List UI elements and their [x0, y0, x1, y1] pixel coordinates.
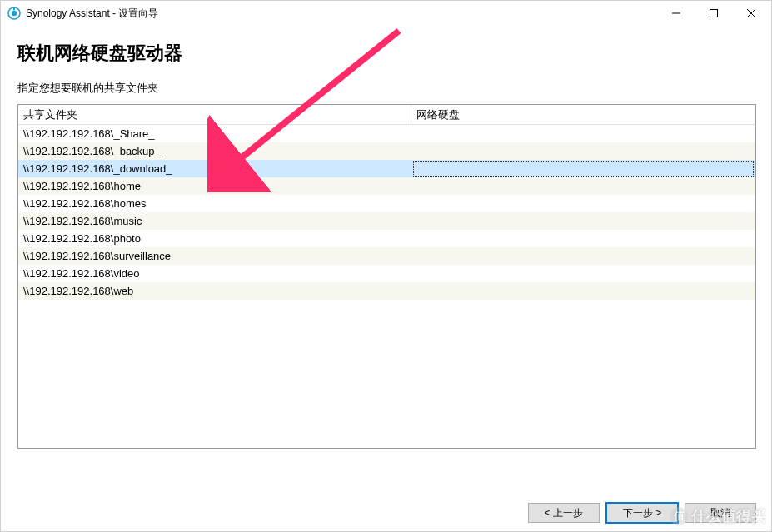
page-heading: 联机网络硬盘驱动器	[17, 41, 755, 66]
grid-header: 共享文件夹 网络硬盘	[18, 105, 755, 125]
drive-cell[interactable]	[411, 161, 755, 177]
column-drive[interactable]: 网络硬盘	[411, 105, 755, 124]
share-path-cell: \\192.192.192.168\music	[18, 215, 411, 227]
share-path-cell: \\192.192.192.168\_backup_	[18, 145, 411, 157]
share-path-cell: \\192.192.192.168\web	[18, 285, 411, 297]
close-button[interactable]	[732, 2, 770, 25]
table-row[interactable]: \\192.192.192.168\_backup_	[18, 142, 755, 160]
window-title: Synology Assistant - 设置向导	[26, 7, 158, 21]
next-button[interactable]: 下一步 >	[606, 503, 678, 523]
minimize-button[interactable]	[657, 2, 695, 25]
share-grid: 共享文件夹 网络硬盘 \\192.192.192.168\_Share_\\19…	[17, 104, 756, 449]
app-icon	[7, 7, 21, 20]
table-row[interactable]: \\192.192.192.168\_download_	[18, 160, 755, 177]
table-row[interactable]: \\192.192.192.168\homes	[18, 195, 755, 212]
share-path-cell: \\192.192.192.168\home	[18, 180, 411, 192]
share-path-cell: \\192.192.192.168\_download_	[18, 162, 411, 175]
page-subheading: 指定您想要联机的共享文件夹	[17, 81, 755, 96]
titlebar: Synology Assistant - 设置向导	[1, 1, 771, 26]
share-path-cell: \\192.192.192.168\surveillance	[18, 250, 411, 262]
column-share[interactable]: 共享文件夹	[18, 105, 411, 124]
watermark: 值 什么值得买	[670, 506, 766, 526]
watermark-icon: 值	[670, 507, 688, 525]
back-button[interactable]: < 上一步	[528, 503, 600, 523]
share-path-cell: \\192.192.192.168\_Share_	[18, 127, 411, 140]
table-row[interactable]: \\192.192.192.168\music	[18, 212, 755, 230]
table-row[interactable]: \\192.192.192.168\surveillance	[18, 247, 755, 265]
maximize-button[interactable]	[695, 2, 732, 25]
svg-rect-2	[13, 7, 15, 10]
share-path-cell: \\192.192.192.168\video	[18, 267, 411, 280]
watermark-text: 什么值得买	[691, 506, 766, 526]
svg-rect-4	[710, 10, 717, 17]
table-row[interactable]: \\192.192.192.168\photo	[18, 230, 755, 247]
table-row[interactable]: \\192.192.192.168\home	[18, 177, 755, 195]
share-path-cell: \\192.192.192.168\homes	[18, 197, 411, 210]
table-row[interactable]: \\192.192.192.168\web	[18, 282, 755, 300]
svg-point-1	[12, 11, 17, 16]
table-row[interactable]: \\192.192.192.168\video	[18, 265, 755, 282]
grid-body: \\192.192.192.168\_Share_\\192.192.192.1…	[18, 125, 755, 300]
table-row[interactable]: \\192.192.192.168\_Share_	[18, 125, 755, 142]
share-path-cell: \\192.192.192.168\photo	[18, 232, 411, 245]
